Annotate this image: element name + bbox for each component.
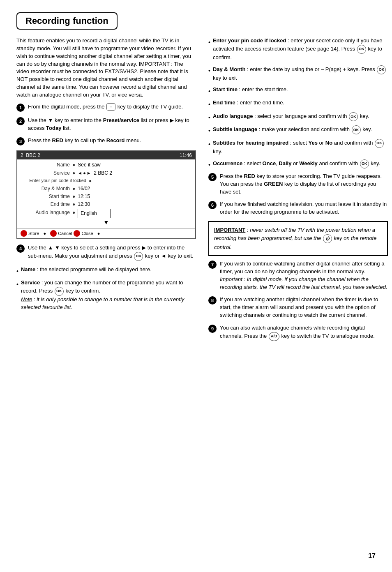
step-2-content: Use the ▼ key to enter into the Preset/s…	[28, 117, 196, 132]
step-9-content: You can also watch analogue channels whi…	[220, 324, 388, 341]
step-8-number: 8	[208, 296, 217, 304]
footer-close: Close	[74, 230, 93, 237]
bullet-name: • Name : the selected programme will be …	[16, 266, 196, 275]
bullet-name-content: Name : the selected programme will be di…	[21, 266, 196, 274]
bullet-endtime: • End time : enter the end time.	[208, 99, 388, 108]
tv-row-starttime: Start time ● 12:15	[21, 193, 192, 201]
footer-store: Store	[21, 230, 39, 237]
tv-row-service-label: Service	[21, 169, 70, 177]
scroll-down-arrow: ▼	[21, 218, 192, 226]
step-9: 9 You can also watch analogue channels w…	[208, 324, 388, 341]
step-5: 5 Press the RED key to store your record…	[208, 173, 388, 196]
footer-cancel: Cancel	[50, 230, 72, 237]
step-7: 7 If you wish to continue watching anoth…	[208, 260, 388, 291]
tv-screen-mockup: 2 BBC 2 11:46 Name ● See it saw Service …	[16, 150, 196, 239]
bullet-subtitle-content: Subtitle language : make your selection …	[213, 125, 388, 134]
bullet-dot-audio: •	[208, 113, 210, 122]
ok-btn-hearing: OK	[375, 139, 384, 148]
bullet-pin-content: Enter your pin code if locked : enter yo…	[213, 37, 388, 62]
tv-row-endtime-label: End time	[21, 201, 70, 208]
step-7-content: If you wish to continue watching another…	[220, 260, 388, 291]
cancel-button-icon	[50, 230, 57, 237]
footer-dot2: ●	[95, 231, 100, 236]
close-button-icon	[74, 230, 80, 237]
tv-screen-body: Name ● See it saw Service ● ◄●► 2 BBC 2 …	[17, 159, 195, 228]
bullet-hearing-content: Subtitles for hearing impaired : select …	[213, 139, 388, 156]
tv-row-starttime-value: 12:15	[78, 193, 192, 201]
page-title-box: Recording function	[16, 12, 118, 30]
step-3-number: 3	[16, 137, 25, 145]
step-6-number: 6	[208, 201, 217, 209]
ok-button-inline: OK	[134, 252, 143, 261]
tv-row-name: Name ● See it saw	[21, 161, 192, 169]
ok-btn-day: OK	[377, 65, 386, 74]
tv-row-pin: Enter your pin code if locked ●	[21, 177, 192, 185]
bullet-day-month: • Day & Month : enter the date by using …	[208, 65, 388, 82]
step-6-content: If you have finished watching television…	[220, 201, 388, 216]
bullet-occurrence-content: Occurrence : select Once, Daily or Weekl…	[213, 159, 388, 168]
tv-screen-footer: Store ● Cancel Close ●	[17, 228, 195, 238]
bullet-subtitles-hearing: • Subtitles for hearing impaired : selec…	[208, 139, 388, 156]
step-6: 6 If you have finished watching televisi…	[208, 201, 388, 216]
step-7-number: 7	[208, 261, 217, 269]
step-1: 1 From the digital mode, press the □ key…	[16, 103, 196, 112]
bullet-list-left: • Name : the selected programme will be …	[16, 266, 196, 311]
tv-row-name-label: Name	[21, 161, 70, 169]
bullet-audio-content: Audio language : select your language an…	[213, 112, 388, 121]
store-button-icon	[21, 230, 27, 237]
tv-row-day-label: Day & Month	[21, 185, 70, 193]
footer-cancel-label: Cancel	[58, 231, 72, 236]
tv-row-starttime-label: Start time	[21, 193, 70, 201]
tv-row-pin-label: Enter your pin code if locked	[21, 177, 86, 185]
ad-button-icon: A/D	[269, 332, 279, 341]
step-5-content: Press the RED key to store your recordin…	[220, 173, 388, 196]
tv-row-audio: Audio language ● English	[21, 209, 192, 218]
bullet-dot-endtime: •	[208, 100, 210, 108]
bullet-service: • Service : you can change the number of…	[16, 279, 196, 311]
bullet-dot-hearing: •	[208, 140, 210, 148]
right-column: • Enter your pin code if locked : enter …	[208, 37, 388, 346]
bullet-service-content: Service : you can change the number of t…	[21, 279, 196, 311]
tv-row-name-value: See it saw	[78, 161, 192, 169]
footer-store-label: Store	[28, 231, 39, 236]
tv-channel: 2 BBC 2	[21, 152, 40, 158]
bullet-pin: • Enter your pin code if locked : enter …	[208, 37, 388, 62]
ok-btn-pin: OK	[357, 45, 366, 54]
bullet-dot-subtitle: •	[208, 127, 210, 135]
tv-row-endtime-value: 12:30	[78, 201, 192, 208]
bullet-endtime-content: End time : enter the end time.	[213, 99, 388, 107]
audio-language-input: English	[78, 209, 111, 218]
bullet-list-right: • Enter your pin code if locked : enter …	[208, 37, 388, 169]
bullet-audio-lang: • Audio language : select your language …	[208, 112, 388, 122]
service-arrows-icon: ◄●►	[78, 170, 91, 177]
page-container: Recording function This feature enables …	[16, 12, 376, 346]
bullet-occurrence: • Occurrence : select Once, Daily or Wee…	[208, 159, 388, 169]
page-number: 17	[368, 552, 376, 560]
tv-row-service: Service ● ◄●► 2 BBC 2	[21, 169, 192, 177]
step-8-content: If you are watching another digital chan…	[220, 296, 388, 319]
tv-row-audio-value: English	[78, 209, 192, 218]
bullet-dot-occurrence: •	[208, 161, 210, 169]
footer-close-label: Close	[81, 231, 93, 236]
ok-btn-subtitle: OK	[352, 125, 361, 134]
tv-time: 11:46	[180, 152, 192, 158]
bullet-day-content: Day & Month : enter the date by using th…	[213, 65, 388, 82]
guide-button-icon: □	[106, 103, 115, 111]
footer-dot1: ●	[41, 231, 48, 236]
bullet-subtitle-lang: • Subtitle language : make your selectio…	[208, 125, 388, 135]
intro-paragraph: This feature enables you to record a dig…	[16, 37, 196, 99]
step-4-number: 4	[16, 244, 25, 253]
tv-row-day: Day & Month ● 16/02	[21, 185, 192, 193]
tv-screen-header: 2 BBC 2 11:46	[17, 151, 195, 159]
tv-row-audio-label: Audio language	[21, 209, 70, 218]
bullet-dot-service: •	[16, 280, 18, 288]
step-3: 3 Press the RED key to call up the Recor…	[16, 137, 196, 145]
step-1-content: From the digital mode, press the □ key t…	[28, 103, 196, 111]
tv-row-endtime: End time ● 12:30	[21, 201, 192, 208]
bullet-starttime-content: Start time : enter the start time.	[213, 86, 388, 94]
step-3-content: Press the RED key to call up the Record …	[28, 137, 196, 145]
page-title: Recording function	[25, 16, 108, 26]
tv-row-pin-value	[94, 177, 192, 185]
step-4-content: Use the ▲ ▼ keys to select a setting and…	[28, 244, 196, 261]
step-9-number: 9	[208, 325, 217, 333]
